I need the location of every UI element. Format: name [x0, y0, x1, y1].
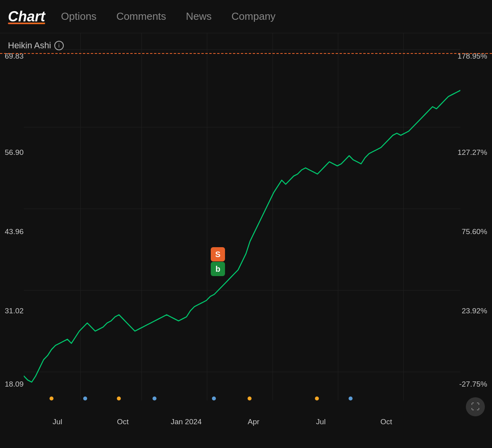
sell-marker[interactable]: S	[211, 247, 225, 261]
x-label-oct: Oct	[117, 417, 129, 426]
x-label-jan2024: Jan 2024	[171, 417, 202, 426]
x-label-oct-2: Oct	[380, 417, 392, 426]
y-label-right-2: 127.27%	[458, 148, 487, 157]
dashed-reference-line	[0, 53, 492, 54]
dot-yellow-4	[315, 397, 319, 400]
dot-blue-2	[153, 397, 156, 400]
nav-items: Options Comments News Company	[61, 10, 276, 23]
chart-container: Heikin Ashi i 69.83 56.90 43.96 31.02 18…	[0, 33, 492, 448]
nav-comments[interactable]: Comments	[116, 10, 166, 23]
x-label-jul-2: Jul	[316, 417, 326, 426]
nav-logo[interactable]: Chart	[8, 8, 45, 25]
y-label-right-5: -27.75%	[459, 380, 487, 389]
nav-bar: Chart Options Comments News Company	[0, 0, 492, 33]
price-chart-svg	[24, 33, 460, 400]
nav-company[interactable]: Company	[231, 10, 275, 23]
heikin-text: Heikin Ashi	[8, 40, 51, 51]
y-label-left-5: 18.09	[5, 380, 24, 389]
dot-blue-3	[212, 397, 216, 400]
buy-marker[interactable]: b	[211, 262, 225, 276]
dot-blue-4	[349, 397, 353, 400]
y-label-left-2: 56.90	[5, 148, 24, 157]
nav-news[interactable]: News	[186, 10, 212, 23]
y-label-right-3: 75.60%	[462, 227, 487, 236]
fullscreen-icon: ⛶	[471, 402, 480, 412]
y-label-right-4: 23.92%	[462, 307, 487, 315]
dot-yellow-3	[248, 397, 252, 400]
dot-blue-1	[83, 397, 87, 400]
info-icon[interactable]: i	[54, 41, 64, 50]
x-label-jul-1: Jul	[53, 417, 62, 426]
y-label-left-3: 43.96	[5, 227, 24, 236]
fullscreen-button[interactable]: ⛶	[466, 397, 485, 416]
heikin-label: Heikin Ashi i	[8, 40, 64, 51]
y-label-left-4: 31.02	[5, 307, 24, 315]
dot-yellow-2	[117, 397, 121, 400]
x-label-apr: Apr	[248, 417, 259, 426]
nav-options[interactable]: Options	[61, 10, 97, 23]
dot-yellow-1	[50, 397, 53, 400]
